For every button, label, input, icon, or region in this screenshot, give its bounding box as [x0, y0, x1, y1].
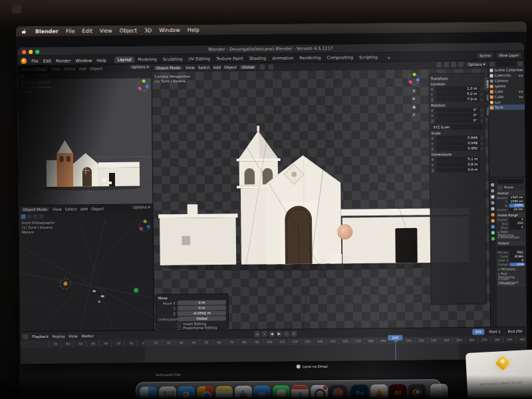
add-workspace-button[interactable]: +: [385, 54, 392, 60]
navigation-gizmo[interactable]: [138, 80, 149, 91]
workspace-tab[interactable]: Compositing: [324, 54, 356, 61]
topbar-menu-item[interactable]: File: [31, 59, 39, 63]
navigation-gizmo[interactable]: [139, 220, 150, 231]
property-row[interactable]: Color Depth8: [497, 258, 525, 262]
workspace-tab[interactable]: UV Editing: [186, 55, 213, 62]
dock-icon[interactable]: [427, 380, 428, 399]
topbar-menu-item[interactable]: Edit: [43, 58, 51, 63]
visibility-toggles[interactable]: ◉◉: [519, 95, 523, 98]
view-layer-selector[interactable]: View Layer: [496, 53, 521, 58]
playback-control-button[interactable]: ▶: [276, 331, 282, 337]
scale-field[interactable]: Z0.950○: [432, 146, 483, 152]
shading-material-icon[interactable]: [452, 62, 457, 67]
viewport-canvas[interactable]: Front Orthographic (1) Torre | Escena Me…: [19, 218, 155, 332]
operator-panel-move[interactable]: Move Move X0 mY0 mZ-0.0542 m Orientation…: [156, 293, 229, 329]
keying-menu[interactable]: Keying: [53, 334, 65, 338]
viewport-menu-object[interactable]: Object: [90, 66, 102, 70]
playback-control-button[interactable]: ◀: [269, 331, 275, 337]
property-row[interactable]: Frame Rate24 fps: [496, 207, 525, 211]
outliner-editor[interactable]: Scene Collection Colección ◉◉: [488, 61, 525, 178]
properties-tab-icon[interactable]: [491, 225, 495, 228]
workspace-tab[interactable]: Modeling: [135, 56, 160, 63]
options-dropdown[interactable]: Options ▾: [466, 63, 487, 66]
operator-title[interactable]: Move: [158, 295, 226, 300]
operator-field[interactable]: Move X0 m: [158, 300, 226, 305]
dock-icon[interactable]: [196, 382, 213, 399]
scale-field[interactable]: Y0.948○: [431, 141, 483, 146]
workspace-tab[interactable]: Texture Paint: [213, 55, 246, 62]
marker-menu[interactable]: Marker: [81, 334, 94, 338]
menubar-item[interactable]: Blender: [35, 29, 59, 35]
properties-editor[interactable]: Scene Format Resolution X1920 pxY1080 px…: [489, 178, 527, 328]
properties-search-input[interactable]: [497, 179, 524, 184]
viewport-menu-add[interactable]: Add: [80, 207, 88, 211]
toggle-perspective-icon[interactable]: #: [411, 112, 417, 118]
properties-tab-icon[interactable]: [491, 231, 495, 234]
lock-icon[interactable]: ○: [480, 98, 483, 101]
shading-wireframe-icon[interactable]: [437, 62, 442, 67]
collapsed-section[interactable]: Time Stretching: [497, 230, 525, 235]
cursor-tool-icon[interactable]: [27, 214, 32, 219]
property-row[interactable]: Step1: [497, 225, 525, 229]
navigation-gizmo[interactable]: [408, 74, 420, 85]
dock-icon[interactable]: [140, 383, 157, 399]
select-box-tool-icon[interactable]: [19, 74, 24, 78]
properties-tab-icon[interactable]: [491, 237, 495, 240]
output-section-header[interactable]: Output: [497, 241, 525, 245]
properties-tab-icon[interactable]: [491, 195, 494, 198]
transform-orientation-dropdown[interactable]: Global: [240, 65, 257, 69]
move-tool-icon[interactable]: [33, 214, 38, 219]
playback-control-button[interactable]: »: [291, 331, 297, 336]
dock-icon[interactable]: 3: [291, 382, 309, 399]
viewport-canvas[interactable]: Top Orthographic (1) Torre | Escena Mete…: [18, 78, 154, 205]
outliner-search-input[interactable]: [496, 62, 516, 66]
apple-icon[interactable]: [22, 29, 28, 35]
viewport-menu-select[interactable]: Select: [64, 66, 76, 70]
properties-tab-icon[interactable]: [491, 207, 494, 210]
lock-icon[interactable]: ○: [481, 114, 483, 117]
properties-tab-icon[interactable]: [491, 201, 494, 204]
viewport-menu-view[interactable]: View: [51, 67, 61, 71]
collapsed-section[interactable]: Post Processing: [497, 272, 525, 277]
playback-control-button[interactable]: «: [254, 331, 260, 337]
operator-field[interactable]: Z-0.0542 m: [158, 311, 226, 316]
properties-tab-icon[interactable]: [491, 189, 494, 192]
shading-solid-icon[interactable]: [444, 62, 450, 67]
rotate-tool-icon[interactable]: [39, 214, 44, 219]
frame-start-field[interactable]: Start 1: [486, 329, 503, 334]
timeline-editor[interactable]: Playback Keying View Marker «‹◀▶›» 200 S…: [20, 327, 527, 364]
current-frame-field[interactable]: 200: [472, 329, 484, 335]
menubar-item[interactable]: Window: [159, 27, 180, 33]
collapsed-section[interactable]: Metadata: [497, 267, 525, 271]
dock-icon[interactable]: [408, 380, 425, 399]
dock-icon[interactable]: Ai: [389, 381, 406, 399]
playback-menu[interactable]: Playback: [32, 334, 49, 338]
viewport-menu-view[interactable]: View: [186, 66, 195, 70]
mode-dropdown[interactable]: Object Mode: [21, 207, 49, 211]
viewport-menu-object[interactable]: Object: [224, 65, 237, 69]
dock-icon[interactable]: [215, 382, 233, 399]
viewport-menu-add[interactable]: Add: [213, 65, 221, 69]
collapsed-section[interactable]: Stereoscopy: [497, 235, 525, 239]
collapsed-section[interactable]: Freestyle: [497, 282, 526, 287]
viewport-top-left[interactable]: Object Mode View Select Add Object Optio…: [17, 64, 153, 205]
operator-field[interactable]: Y0 m: [158, 305, 226, 311]
playhead-frame-label[interactable]: 200: [388, 335, 402, 340]
rotation-mode-dropdown[interactable]: XYZ Euler: [431, 124, 483, 130]
property-row[interactable]: File FormatPNG: [497, 250, 525, 254]
scale-field[interactable]: X0.948○: [431, 136, 483, 141]
viewport-bottom-left[interactable]: Object Mode View Select Add Object Optio…: [19, 204, 154, 332]
topbar-menu-item[interactable]: Help: [96, 58, 106, 63]
rotate-tool-icon[interactable]: [37, 74, 42, 78]
move-view-icon[interactable]: ✥: [411, 96, 417, 102]
clock-editor-icon[interactable]: [23, 334, 28, 339]
dock-icon[interactable]: [272, 382, 289, 399]
move-tool-icon[interactable]: [31, 74, 36, 78]
dock-icon[interactable]: [158, 383, 176, 399]
mode-dropdown[interactable]: Object Mode: [154, 66, 182, 70]
workspace-tab[interactable]: Animation: [269, 55, 296, 61]
dock-icon[interactable]: [178, 383, 195, 399]
select-box-tool-icon[interactable]: [21, 214, 26, 219]
visibility-toggles[interactable]: ◉◉: [519, 90, 523, 93]
viewport-3d-main[interactable]: Object Mode View Select Add Object Globa…: [152, 61, 491, 331]
